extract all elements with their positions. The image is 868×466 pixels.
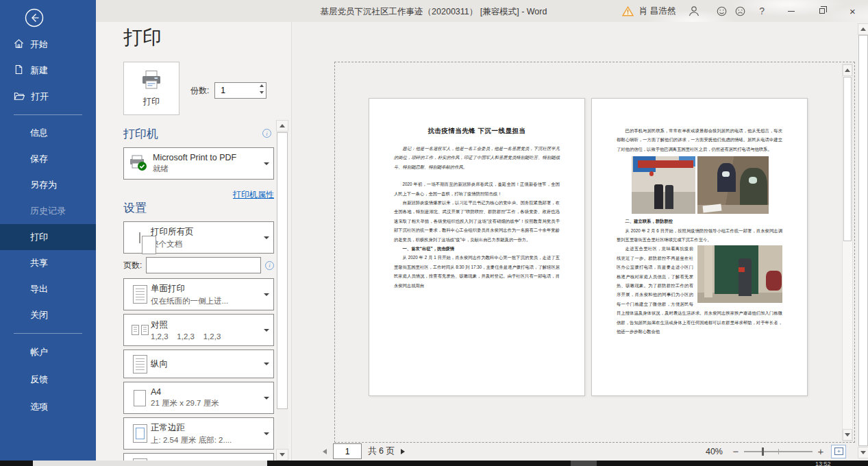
doc-paragraph: 题记：他是一名退役军人，他是一名工会委员，他是一名基层党员，下沉社区平凡的岗位，… <box>394 144 560 171</box>
sidebar-item-label: 新建 <box>30 64 48 77</box>
zoom-slider[interactable] <box>744 451 813 452</box>
copies-label: 份数: <box>190 85 209 97</box>
minimize-button[interactable] <box>776 0 806 22</box>
pages-range-input[interactable] <box>146 257 261 273</box>
home-icon <box>14 38 24 51</box>
zoom-in-button[interactable]: + <box>816 445 826 457</box>
taskbar-segment <box>571 461 597 466</box>
paper-size-dropdown[interactable]: A421 厘米 x 29.7 厘米 <box>123 382 274 414</box>
photo-worker-at-gate <box>697 245 782 303</box>
sidebar-item-new[interactable]: 新建 <box>0 58 96 84</box>
scrollbar-thumb[interactable] <box>858 35 868 446</box>
chevron-down-icon <box>264 397 269 400</box>
scroll-up-icon[interactable] <box>858 23 868 35</box>
pages-info-icon[interactable]: i <box>265 261 274 270</box>
sidebar-item-feedback[interactable]: 反馈 <box>0 366 96 393</box>
account-person-icon[interactable] <box>688 5 700 17</box>
spin-down-icon[interactable] <box>260 91 264 94</box>
spin-up-icon[interactable] <box>260 84 264 87</box>
sidebar-item-print[interactable]: 打印 <box>0 224 96 250</box>
doc-paragraph: 从 2020 年 2 月 1 日开始，肖永俊同志作为教科中心第一批下沉的党员，走… <box>394 253 560 290</box>
doc-paragraph: 从 2020 年 2 月 6 日开始，按照局疫情防控领导小组工作统一部署，肖永俊… <box>617 226 782 245</box>
frown-icon[interactable] <box>735 6 745 16</box>
zoom-to-page-button[interactable] <box>831 445 846 458</box>
next-page-icon[interactable] <box>401 449 405 454</box>
copies-stepper[interactable] <box>214 82 266 99</box>
sidebar-item-home[interactable]: 开始 <box>0 32 96 58</box>
one-sided-icon <box>129 285 151 304</box>
portrait-icon <box>129 355 151 373</box>
settings-scrollbar[interactable] <box>276 120 288 461</box>
margins-dropdown[interactable]: 正常边距上: 2.54 厘米 底部: 2.... <box>123 417 274 450</box>
sidebar-item-label: 开始 <box>30 38 48 51</box>
paper-size-icon <box>129 390 151 406</box>
zoom-slider-thumb[interactable] <box>762 447 764 456</box>
doc-subheading: 二、建立联系，群防群控 <box>617 217 782 225</box>
document-title: 基层党员下沉社区工作事迹（20200311） [兼容模式] - Word <box>321 6 547 18</box>
scroll-up-icon[interactable] <box>843 64 852 76</box>
print-button[interactable]: 打印 <box>123 62 179 115</box>
previous-page-icon[interactable] <box>323 449 327 454</box>
scrollbar-thumb[interactable] <box>843 77 852 241</box>
document-heading: 抗击疫情当先锋 下沉一线显担当 <box>394 126 560 135</box>
collated-icon <box>129 325 151 335</box>
sidebar-item-label: 打开 <box>31 90 49 103</box>
duplex-dropdown[interactable]: 单面打印仅在纸面的一侧上进... <box>123 278 274 310</box>
print-range-dropdown[interactable]: 打印所有页整个文档 <box>123 221 274 254</box>
page-title: 打印 <box>123 25 162 51</box>
sidebar-item-save-as[interactable]: 另存为 <box>0 172 96 198</box>
photo-masked-workers-at-desk <box>697 156 769 214</box>
printer-icon <box>140 70 163 93</box>
zoom-slider-tick <box>778 449 779 454</box>
chevron-down-icon <box>264 432 269 435</box>
smiley-icon[interactable] <box>717 6 727 16</box>
collation-dropdown[interactable]: 对照1,2,3 1,2,3 1,2,3 <box>123 314 274 346</box>
printer-info-icon[interactable]: i <box>262 129 271 138</box>
sidebar-item-info[interactable]: 信息 <box>0 120 96 146</box>
scrollbar-thumb[interactable] <box>277 132 288 409</box>
photo-row <box>632 156 782 214</box>
sidebar-item-save[interactable]: 保存 <box>0 146 96 172</box>
close-icon: × <box>850 6 856 16</box>
doc-paragraph: 已的手机与居民联系，常常在半夜或凌晨都会接到居民的电话，他从无怨言，每次都耐心细… <box>617 126 782 154</box>
scroll-down-icon[interactable] <box>843 429 852 441</box>
backstage-sidebar: 开始 新建 打开 信息 保存 另存为 历史记录 打印 共享 导出 关闭 帐户 反… <box>0 0 96 461</box>
printer-dropdown[interactable]: Microsoft Print to PDF 就绪 <box>123 147 274 180</box>
preview-page-1: 抗击疫情当先锋 下沉一线显担当 题记：他是一名退役军人，他是一名工会委员，他是一… <box>369 98 585 396</box>
current-page-input[interactable] <box>333 443 362 459</box>
print-preview-area: 抗击疫情当先锋 下沉一线显担当 题记：他是一名退役军人，他是一名工会委员，他是一… <box>291 22 868 461</box>
sidebar-item-close-document[interactable]: 关闭 <box>0 302 96 328</box>
spinner-arrows[interactable] <box>260 84 264 94</box>
window-scrollbar[interactable] <box>858 22 868 461</box>
printer-name: Microsoft Print to PDF <box>153 153 236 162</box>
back-button[interactable] <box>25 8 44 27</box>
restore-icon <box>819 8 825 14</box>
new-document-icon <box>14 64 24 77</box>
pages-per-sheet-dropdown[interactable]: 每版打印 1 页 <box>123 453 274 461</box>
sidebar-item-open[interactable]: 打开 <box>0 84 96 110</box>
settings-section-heading: 设置 <box>123 200 147 216</box>
zoom-level-label[interactable]: 40% <box>706 447 723 456</box>
photo-community-center-entrance <box>632 156 695 214</box>
margins-icon <box>129 424 151 443</box>
printer-properties-link[interactable]: 打印机属性 <box>233 190 274 199</box>
sidebar-item-share[interactable]: 共享 <box>0 250 96 276</box>
preview-scrollbar[interactable] <box>842 64 853 441</box>
user-name[interactable]: 肖 昌浩然 <box>639 5 675 17</box>
scroll-down-icon[interactable] <box>276 449 288 461</box>
help-icon[interactable]: ? <box>759 5 765 16</box>
copies-input[interactable] <box>215 86 251 95</box>
sidebar-divider <box>14 333 82 334</box>
sidebar-item-export[interactable]: 导出 <box>0 276 96 302</box>
doc-subheading: 一、首发“出征”，抗击疫情 <box>394 244 560 253</box>
chevron-down-icon <box>264 363 269 365</box>
restore-button[interactable] <box>806 0 837 22</box>
close-button[interactable]: × <box>837 0 868 22</box>
sidebar-item-account[interactable]: 帐户 <box>0 339 96 366</box>
warning-icon[interactable] <box>622 6 634 16</box>
taskbar-clock: 13:52 <box>815 461 831 466</box>
orientation-dropdown[interactable]: 纵向 <box>123 350 274 378</box>
zoom-out-button[interactable]: − <box>731 445 741 457</box>
sidebar-item-options[interactable]: 选项 <box>0 393 96 421</box>
scroll-up-icon[interactable] <box>276 120 288 132</box>
